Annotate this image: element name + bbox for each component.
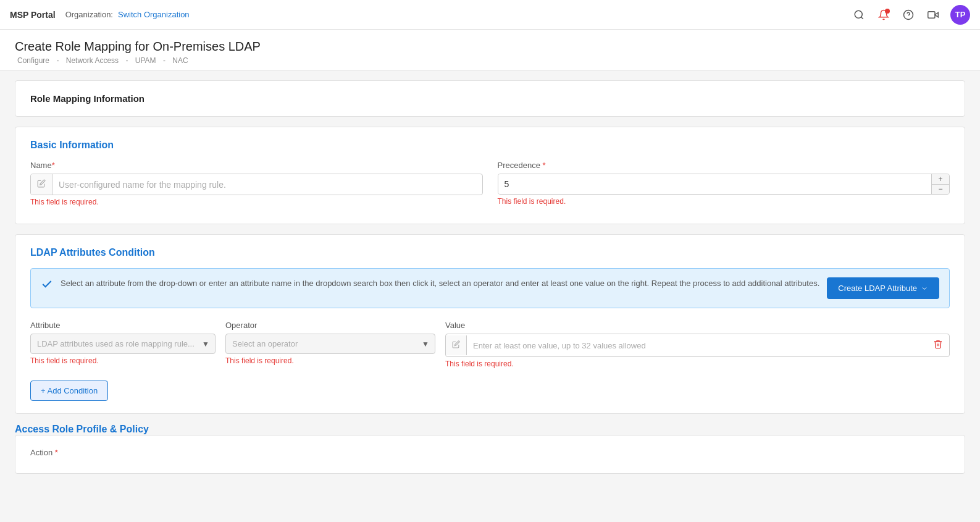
access-role-section: Access Role Profile & Policy Action * xyxy=(15,424,965,474)
main-content: Role Mapping Information Basic Informati… xyxy=(0,70,980,484)
value-error: This field is required. xyxy=(445,360,950,368)
attribute-select[interactable]: LDAP attributes used as role mapping rul… xyxy=(30,334,216,354)
add-condition-label: + Add Condition xyxy=(41,386,98,395)
basic-info-heading: Basic Information xyxy=(30,140,950,151)
name-input-wrapper xyxy=(30,174,483,195)
basic-info-form-row: Name* This field is required. Precedence… xyxy=(30,161,950,206)
value-label: Value xyxy=(445,321,950,330)
ldap-condition-heading: LDAP Attributes Condition xyxy=(30,247,950,258)
page-header: Create Role Mapping for On-Premises LDAP… xyxy=(0,30,980,70)
precedence-label: Precedence * xyxy=(498,161,950,170)
info-check-icon xyxy=(41,278,53,293)
ldap-condition-section: LDAP Attributes Condition Select an attr… xyxy=(15,234,965,414)
delete-condition-button[interactable] xyxy=(927,334,949,356)
svg-line-1 xyxy=(861,17,863,19)
switch-org-link[interactable]: Switch Organization xyxy=(118,10,190,19)
settings-icon[interactable] xyxy=(926,7,940,22)
basic-info-section: Basic Information Name* This field is re… xyxy=(15,127,965,224)
nav-right: TP xyxy=(852,5,970,25)
search-icon[interactable] xyxy=(852,7,866,22)
breadcrumb-upam[interactable]: UPAM xyxy=(135,56,156,65)
user-avatar[interactable]: TP xyxy=(950,5,970,25)
value-edit-icon xyxy=(446,335,467,355)
operator-error: This field is required. xyxy=(225,356,435,365)
svg-point-0 xyxy=(855,11,862,18)
precedence-input[interactable] xyxy=(498,174,932,194)
nav-left: MSP Portal Organization: Switch Organiza… xyxy=(10,10,190,20)
number-controls: + − xyxy=(931,174,949,194)
name-field-group: Name* This field is required. xyxy=(30,161,483,206)
ldap-info-text: Select an attribute from the drop-down o… xyxy=(61,277,819,290)
ldap-info-box: Select an attribute from the drop-down o… xyxy=(30,268,950,308)
value-input-wrapper xyxy=(445,334,950,357)
name-label: Name* xyxy=(30,161,483,170)
attribute-error: This field is required. xyxy=(30,356,216,365)
value-input[interactable] xyxy=(467,336,927,355)
org-label: Organization: xyxy=(65,10,113,19)
breadcrumb-configure[interactable]: Configure xyxy=(17,56,49,65)
name-error: This field is required. xyxy=(30,198,483,206)
attribute-select-wrapper: LDAP attributes used as role mapping rul… xyxy=(30,334,216,354)
role-mapping-card: Role Mapping Information xyxy=(15,80,965,117)
increment-button[interactable]: + xyxy=(932,174,949,185)
create-ldap-attribute-button[interactable]: Create LDAP Attribute xyxy=(827,277,939,299)
attribute-column: Attribute LDAP attributes used as role m… xyxy=(30,321,216,365)
operator-column: Operator Select an operator ▼ This field… xyxy=(225,321,435,365)
name-input[interactable] xyxy=(52,175,482,195)
svg-marker-4 xyxy=(935,12,938,17)
breadcrumb: Configure - Network Access - UPAM - NAC xyxy=(15,56,965,65)
condition-row: Attribute LDAP attributes used as role m… xyxy=(30,321,950,368)
notifications-icon[interactable] xyxy=(876,7,891,22)
access-role-card: Action * xyxy=(15,435,965,474)
precedence-field-group: Precedence * + − This field is required. xyxy=(498,161,950,206)
action-required-star: * xyxy=(55,448,58,457)
name-required-star: * xyxy=(52,161,55,170)
operator-select-wrapper: Select an operator ▼ xyxy=(225,334,435,354)
operator-select[interactable]: Select an operator xyxy=(225,334,435,354)
action-label: Action * xyxy=(30,448,950,457)
value-column: Value This field is required. xyxy=(445,321,950,368)
attribute-label: Attribute xyxy=(30,321,216,330)
precedence-required-star: * xyxy=(543,161,546,170)
precedence-error: This field is required. xyxy=(498,197,950,206)
precedence-input-wrapper: + − xyxy=(498,174,950,195)
svg-rect-5 xyxy=(928,11,935,18)
breadcrumb-nac[interactable]: NAC xyxy=(172,56,188,65)
help-icon[interactable] xyxy=(901,7,916,22)
app-name: MSP Portal xyxy=(10,10,56,20)
role-mapping-card-title: Role Mapping Information xyxy=(30,93,950,104)
operator-label: Operator xyxy=(225,321,435,330)
edit-icon xyxy=(31,174,52,195)
breadcrumb-network-access[interactable]: Network Access xyxy=(66,56,119,65)
page-title: Create Role Mapping for On-Premises LDAP xyxy=(15,40,965,54)
access-role-heading: Access Role Profile & Policy xyxy=(15,424,965,435)
top-nav: MSP Portal Organization: Switch Organiza… xyxy=(0,0,980,30)
decrement-button[interactable]: − xyxy=(932,185,949,195)
add-condition-button[interactable]: + Add Condition xyxy=(30,381,108,401)
